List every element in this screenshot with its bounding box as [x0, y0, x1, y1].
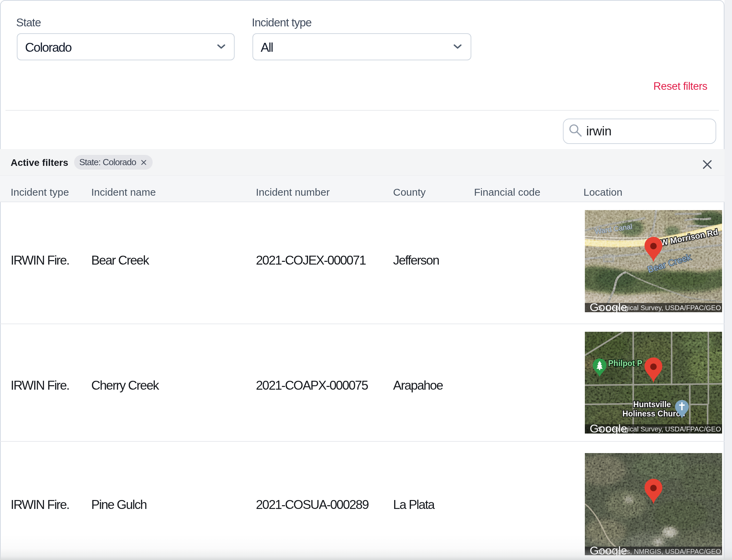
svg-text:Philpot P: Philpot P	[608, 359, 642, 368]
svg-text:Google: Google	[590, 422, 627, 434]
svg-text:Holiness Church: Holiness Church	[623, 409, 685, 418]
svg-text:Huntsville: Huntsville	[633, 400, 671, 409]
svg-text:Google: Google	[590, 301, 627, 312]
